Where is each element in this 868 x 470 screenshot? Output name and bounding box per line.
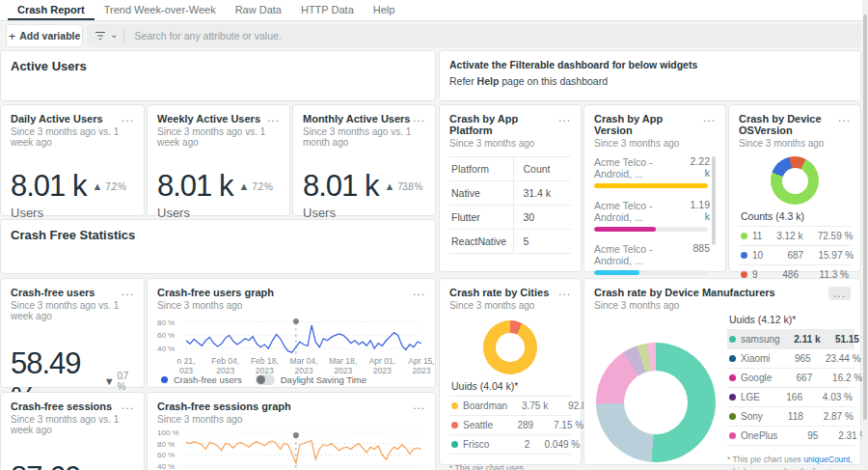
tab-crash-report[interactable]: Crash Report — [8, 0, 95, 20]
widget-crash-rate-by-cities: Crash rate by Cities Since 3 months ago … — [439, 278, 582, 465]
widget-subtitle: Since 3 months ago — [157, 300, 274, 311]
search-input[interactable] — [132, 29, 854, 42]
bar-value: 2.22 k — [683, 156, 710, 179]
tab-raw-data[interactable]: Raw Data — [226, 0, 291, 20]
legend-row[interactable]: Seattle 289 7.15 % — [449, 416, 571, 435]
table-row[interactable]: ReactNative 5 — [449, 230, 571, 254]
legend-title: Uuids (4.12 k)* — [729, 314, 854, 325]
sessions-line-chart[interactable] — [186, 430, 421, 469]
widget-menu-button[interactable]: ... — [828, 287, 851, 300]
metric-unit: Users — [11, 206, 134, 220]
tab-trend-week-over-week[interactable]: Trend Week-over-Week — [95, 0, 226, 20]
legend-row[interactable]: Sony 118 2.87 % — [727, 407, 854, 427]
cell-platform: Native — [449, 181, 513, 205]
daylight-saving-toggle[interactable] — [256, 374, 275, 385]
widget-menu-button[interactable]: ... — [267, 113, 280, 123]
widget-menu-button[interactable]: ... — [838, 113, 851, 123]
series-line — [186, 441, 421, 464]
legend-row[interactable]: OnePlus 95 2.31 % — [727, 427, 854, 446]
legend-dot — [729, 394, 736, 401]
widget-subtitle: Since 3 months ago vs. 1 week ago — [11, 126, 122, 148]
delta-up-icon: ▲ — [92, 180, 101, 192]
metric-value: 87.69 % ▼ 1.1 % — [11, 460, 134, 470]
widget-menu-button[interactable]: ... — [122, 401, 134, 410]
tab-http-data[interactable]: HTTP Data — [291, 0, 364, 20]
uniquecount-link[interactable]: uniqueCount — [803, 455, 850, 464]
filter-icon[interactable] — [95, 31, 106, 41]
legend-value: 118 — [763, 411, 803, 422]
legend-pct: 72.59 % — [802, 231, 853, 241]
users-line-chart[interactable] — [186, 317, 421, 355]
widget-menu-button[interactable]: ... — [122, 113, 134, 123]
y-axis-tick: 40 % — [157, 462, 175, 470]
widget-crash-by-app-version: Crash by App Version Since 3 months ago … — [583, 104, 726, 272]
legend-row[interactable]: Google 667 16.2 % — [727, 369, 854, 388]
table-row[interactable]: Flutter 30 — [449, 206, 571, 230]
widget-title: Weekly Active Users — [157, 113, 267, 124]
hover-marker-dot — [293, 318, 299, 324]
widget-scrollbar[interactable] — [712, 156, 716, 245]
legend-row[interactable]: LGE 166 4.03 % — [727, 388, 854, 407]
widget-daily-active-users: Daily Active Users Since 3 months ago vs… — [0, 104, 145, 216]
section-title-active-users: Active Users — [11, 59, 425, 73]
widget-title: Crash-free sessions — [11, 401, 122, 412]
widget-menu-button[interactable]: ... — [703, 113, 716, 123]
legend-dot — [729, 413, 736, 420]
legend-row[interactable]: 10 687 15.97 % — [739, 246, 851, 265]
bar-row[interactable]: Acme Telco -Android, ... 1.19 k — [594, 198, 716, 232]
footnote: * This pie chart uses uniqueCount, which… — [449, 462, 571, 470]
cell-platform: Flutter — [449, 206, 513, 229]
series-dot[interactable] — [161, 376, 168, 383]
widget-crash-free-sessions-graph: Crash-free sessions graph Since 3 months… — [147, 392, 436, 470]
top-tab-bar: Crash Report Trend Week-over-Week Raw Da… — [0, 0, 862, 21]
widget-menu-button[interactable]: ... — [558, 287, 571, 296]
cities-donut-chart[interactable] — [483, 320, 537, 374]
cell-count: 5 — [513, 230, 571, 253]
legend-label: Google — [741, 373, 772, 383]
add-variable-button[interactable]: + Add variable — [6, 24, 83, 47]
legend-value: 95 — [777, 430, 818, 441]
line-chart-svg — [186, 430, 421, 469]
legend-row[interactable]: Frisco 2 0.049 % — [449, 435, 571, 455]
widget-title: Crash rate by Cities — [449, 287, 549, 298]
line-chart-area[interactable]: 40 %60 %80 %100 % n 21,2023Feb 04,2023Fe… — [157, 430, 425, 470]
col-platform[interactable]: Platform — [449, 157, 513, 180]
y-axis-tick: 80 % — [157, 318, 175, 327]
search-bar[interactable]: ⌄ — [87, 24, 861, 47]
scrollbar-thumb[interactable] — [863, 14, 867, 420]
add-variable-label: Add variable — [19, 30, 80, 41]
metric-number: 8.01 k — [157, 169, 232, 204]
manufacturers-donut-chart[interactable] — [596, 343, 716, 462]
legend-label: Seattle — [463, 420, 493, 430]
widget-menu-button[interactable]: ... — [122, 287, 134, 296]
series-label[interactable]: Crash-free users — [174, 374, 242, 385]
page-scrollbar[interactable] — [862, 0, 868, 470]
widget-monthly-active-users: Monthly Active Users Since 3 months ago … — [292, 104, 436, 216]
filterable-note-sub: Refer Help page on this dashboard — [449, 75, 851, 87]
legend-table: samsung 2.11 k 51.15 % Xiaomi 965 23.44 … — [727, 329, 854, 446]
widget-menu-button[interactable]: ... — [413, 287, 425, 296]
tab-help[interactable]: Help — [364, 0, 405, 20]
active-users-section-card: Active Users — [0, 50, 436, 101]
widget-subtitle: Since 3 months ago — [594, 138, 703, 149]
widget-menu-button[interactable]: ... — [413, 401, 425, 410]
widget-menu-button[interactable]: ... — [558, 113, 571, 123]
osversion-donut-chart[interactable] — [771, 156, 819, 205]
table-row[interactable]: Native 31.4 k — [449, 181, 571, 206]
bar-fill — [594, 183, 708, 188]
bar-row[interactable]: Acme Telco -Android, ... 885 — [594, 241, 716, 275]
delta-value: 7.2 % — [105, 181, 125, 192]
widget-menu-button[interactable]: ... — [413, 113, 425, 123]
legend-label: samsung — [741, 334, 780, 345]
legend-row[interactable]: 11 3.12 k 72.59 % — [739, 227, 851, 246]
bar-list: Acme Telco -Android, ... 2.22 k Acme Tel… — [594, 154, 716, 276]
line-chart-area[interactable]: 40 %60 %80 % n 21,023Feb 04,2023Feb 18,2… — [157, 317, 425, 373]
metric-unit: Users — [303, 206, 425, 220]
widget-subtitle: Since 3 months ago — [739, 138, 838, 149]
col-count[interactable]: Count — [513, 157, 571, 180]
legend-row[interactable]: samsung 2.11 k 51.15 % — [727, 330, 854, 349]
chevron-down-icon[interactable]: ⌄ — [110, 29, 118, 40]
legend-row[interactable]: Xiaomi 965 23.44 % — [727, 349, 854, 369]
legend-row[interactable]: Boardman 3.75 k 92.8 % — [449, 397, 571, 416]
bar-row[interactable]: Acme Telco -Android, ... 2.22 k — [594, 154, 716, 188]
